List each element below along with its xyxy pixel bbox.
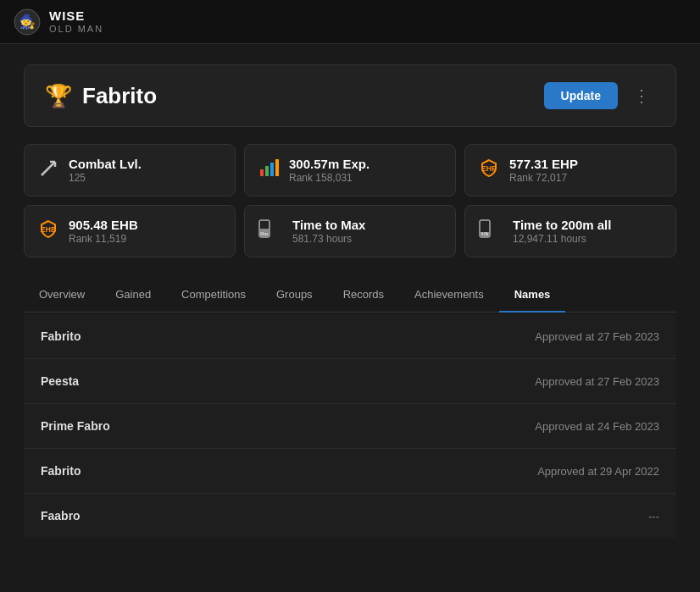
stat-exp-sub: Rank 158,031 (289, 172, 369, 184)
profile-right: Update ⋮ (544, 82, 655, 109)
svg-rect-9 (275, 159, 279, 176)
stat-combat-sub: 125 (69, 172, 142, 184)
stat-ehp-text: 577.31 EHP Rank 72,017 (509, 157, 578, 184)
more-options-button[interactable]: ⋮ (628, 82, 655, 109)
stat-exp-value: 300.57m Exp. (289, 157, 369, 171)
name-row: Peesta Approved at 27 Feb 2023 (24, 359, 676, 404)
stat-time-max: Max Time to Max 581.73 hours (244, 205, 456, 257)
stat-time-max-text: Time to Max 581.73 hours (292, 218, 365, 245)
topnav: 🧙 WISE OLD MAN (0, 0, 700, 44)
svg-rect-8 (270, 163, 274, 176)
tab-overview[interactable]: Overview (24, 278, 100, 313)
name-row: Fabrito Approved at 27 Feb 2023 (24, 314, 676, 359)
main-content: 🏆 Fabrito Update ⋮ Combat Lvl. 125 (0, 44, 700, 558)
stat-combat: Combat Lvl. 125 (24, 144, 236, 196)
name-status: Approved at 27 Feb 2023 (535, 330, 659, 343)
time-max-icon: Max (258, 219, 282, 244)
trophy-icon: 🏆 (45, 83, 72, 109)
svg-line-2 (42, 162, 55, 175)
stat-time-max-value: Time to Max (292, 218, 365, 232)
name-row: Faabro --- (24, 494, 676, 538)
name-row: Prime Fabro Approved at 24 Feb 2023 (24, 404, 676, 449)
name-label: Prime Fabro (41, 419, 110, 433)
exp-icon (258, 158, 279, 183)
svg-line-5 (42, 174, 43, 175)
tab-groups[interactable]: Groups (261, 278, 328, 313)
tab-achievements[interactable]: Achievements (399, 278, 499, 313)
stat-ehb: EHB 905.48 EHB Rank 11,519 (24, 205, 236, 257)
tab-records[interactable]: Records (328, 278, 399, 313)
name-status: Approved at 24 Feb 2023 (535, 420, 659, 433)
stat-time-200m: 4.6b Time to 200m all 12,947.11 hours (464, 205, 676, 257)
stat-exp: 300.57m Exp. Rank 158,031 (244, 144, 456, 196)
stat-time-200m-sub: 12,947.11 hours (513, 233, 611, 245)
svg-text:Max: Max (260, 231, 269, 236)
name-label: Faabro (41, 509, 81, 523)
name-label: Fabrito (41, 464, 81, 478)
svg-text:4.6b: 4.6b (481, 232, 489, 236)
stat-ehb-sub: Rank 11,519 (69, 233, 138, 245)
stat-exp-text: 300.57m Exp. Rank 158,031 (289, 157, 369, 184)
stat-time-200m-value: Time to 200m all (513, 218, 611, 232)
brand-wise: WISE (49, 9, 103, 24)
tab-competitions[interactable]: Competitions (166, 278, 261, 313)
name-status: --- (648, 510, 659, 523)
svg-rect-7 (265, 166, 269, 176)
stats-grid: Combat Lvl. 125 300.57m Exp. Rank 158,03… (24, 144, 676, 257)
stat-combat-text: Combat Lvl. 125 (69, 157, 142, 184)
tabs-bar: Overview Gained Competitions Groups Reco… (24, 278, 676, 313)
stat-ehb-value: 905.48 EHB (69, 218, 138, 232)
stat-ehp-value: 577.31 EHP (509, 157, 578, 171)
ehp-icon: EHP (479, 158, 499, 183)
brand-text: WISE OLD MAN (49, 9, 103, 34)
ehb-icon: EHB (38, 219, 58, 244)
name-status: Approved at 27 Feb 2023 (535, 375, 659, 388)
stat-time-200m-text: Time to 200m all 12,947.11 hours (513, 218, 611, 245)
name-status: Approved at 29 Apr 2022 (537, 465, 659, 478)
svg-rect-6 (260, 169, 264, 176)
stat-combat-value: Combat Lvl. (69, 157, 142, 171)
brand-oldman: OLD MAN (49, 24, 103, 34)
name-label: Fabrito (41, 329, 81, 343)
names-table: Fabrito Approved at 27 Feb 2023 Peesta A… (24, 314, 676, 538)
combat-icon (38, 158, 58, 183)
stat-ehp-sub: Rank 72,017 (509, 172, 578, 184)
stat-time-max-sub: 581.73 hours (292, 233, 365, 245)
profile-name: Fabrito (82, 83, 157, 109)
tab-gained[interactable]: Gained (100, 278, 166, 313)
svg-text:🧙: 🧙 (19, 14, 36, 30)
stat-ehb-text: 905.48 EHB Rank 11,519 (69, 218, 138, 245)
time-200m-icon: 4.6b (479, 219, 503, 244)
profile-card: 🏆 Fabrito Update ⋮ (24, 64, 676, 127)
svg-text:EHB: EHB (40, 225, 57, 234)
stat-ehp: EHP 577.31 EHP Rank 72,017 (464, 144, 676, 196)
profile-left: 🏆 Fabrito (45, 83, 157, 109)
tab-names[interactable]: Names (499, 278, 566, 313)
name-row: Fabrito Approved at 29 Apr 2022 (24, 449, 676, 494)
logo-icon: 🧙 (14, 8, 41, 36)
name-label: Peesta (41, 374, 79, 388)
update-button[interactable]: Update (544, 82, 618, 109)
svg-text:EHP: EHP (481, 164, 497, 173)
